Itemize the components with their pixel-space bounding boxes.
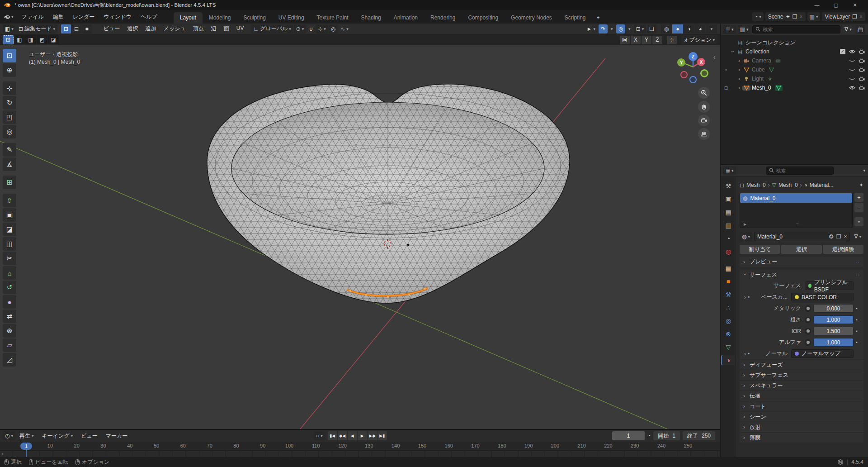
hide-viewport-icon[interactable] bbox=[849, 49, 855, 54]
expand-icon[interactable]: › bbox=[743, 403, 747, 410]
gizmo-dropdown[interactable]: ▾ bbox=[609, 24, 615, 33]
keyframe-dot[interactable]: • bbox=[854, 318, 860, 322]
select-difference[interactable]: ◩ bbox=[37, 35, 47, 44]
maximize-button[interactable]: ▢ bbox=[826, 2, 845, 8]
blender-menu-button[interactable]: ▾ bbox=[0, 10, 17, 24]
edge-select-mode[interactable]: ⊟ bbox=[71, 24, 81, 33]
wireframe-shading-button[interactable]: ◍ bbox=[661, 24, 672, 33]
expand-icon[interactable]: › bbox=[736, 67, 742, 73]
menu-item[interactable]: 編集 bbox=[48, 10, 68, 24]
material-name-field[interactable]: Material_0 ✪ ❐ × bbox=[754, 232, 850, 241]
breadcrumb-material[interactable]: Material... bbox=[810, 182, 834, 188]
outliner-filter-id-dropdown[interactable]: ▥▾ bbox=[738, 25, 751, 34]
outliner-search[interactable] bbox=[752, 25, 840, 33]
tool-measure[interactable]: ∡ bbox=[3, 157, 16, 171]
roughness-slider[interactable]: 1.000 bbox=[813, 315, 854, 324]
new-collection-button[interactable]: ▤ bbox=[856, 25, 865, 34]
workspace-tab-texture-paint[interactable]: Texture Paint bbox=[311, 12, 355, 24]
deselect-button[interactable]: 選択解除 bbox=[823, 245, 863, 254]
viewport-menu-item[interactable]: 面 bbox=[220, 25, 233, 33]
pin-icon[interactable]: ✦ bbox=[786, 14, 790, 20]
minimize-button[interactable]: — bbox=[807, 2, 826, 8]
viewport-menu-uv[interactable]: UV bbox=[233, 25, 248, 33]
gizmo-x-label[interactable]: X bbox=[700, 60, 703, 65]
viewport-menu-item[interactable]: 追加 bbox=[142, 25, 160, 33]
disable-render-icon[interactable] bbox=[859, 49, 865, 54]
timeline-ruler[interactable]: 1 10203040506070809010011012013014015016… bbox=[0, 442, 720, 451]
disable-render-icon[interactable] bbox=[859, 67, 865, 72]
expand-icon[interactable]: › bbox=[730, 48, 736, 55]
expand-icon[interactable]: › bbox=[744, 351, 746, 357]
expand-icon[interactable]: › bbox=[743, 362, 747, 368]
viewport-menu-item[interactable]: 頂点 bbox=[189, 25, 208, 33]
properties-search-input[interactable] bbox=[776, 168, 830, 173]
workspace-tab-layout[interactable]: Layout bbox=[174, 12, 203, 24]
copy-icon[interactable]: ❐ bbox=[852, 14, 857, 20]
tool-smooth[interactable]: ● bbox=[3, 295, 16, 309]
expand-icon[interactable]: › bbox=[743, 393, 747, 399]
tool-inset-faces[interactable]: ▣ bbox=[3, 208, 16, 222]
shading-dropdown[interactable]: ▾ bbox=[706, 24, 717, 33]
snap-projection-button[interactable]: ⊹ bbox=[667, 36, 677, 44]
breadcrumb-object[interactable]: Mesh_0 bbox=[746, 182, 766, 188]
viewlayer-browse-button[interactable]: ▥▾ bbox=[807, 12, 821, 21]
tool-knife[interactable]: ✂ bbox=[3, 252, 16, 265]
disable-render-icon[interactable] bbox=[859, 86, 865, 91]
metallic-slider[interactable]: 0.000 bbox=[813, 304, 854, 313]
orthographic-toggle-button[interactable] bbox=[698, 128, 710, 140]
snap-toggle[interactable]: ∪ bbox=[307, 24, 315, 33]
face-select-mode[interactable]: ■ bbox=[82, 24, 92, 33]
remove-slot-button[interactable]: − bbox=[854, 203, 863, 212]
expand-icon[interactable]: › bbox=[743, 382, 747, 389]
tool-poly-build[interactable]: ⌂ bbox=[3, 266, 16, 280]
pan-button[interactable] bbox=[698, 101, 710, 113]
workspace-tab-rendering[interactable]: Rendering bbox=[424, 12, 462, 24]
add-workspace-button[interactable]: + bbox=[592, 12, 604, 24]
outliner-row-camera[interactable]: › Camera bbox=[721, 56, 868, 65]
mirror-y-toggle[interactable]: Y bbox=[642, 36, 651, 44]
properties-tab-tool[interactable]: ⚒ bbox=[722, 181, 735, 191]
properties-tab-material[interactable]: ◑ bbox=[722, 355, 735, 365]
viewport-menu-item[interactable]: 辺 bbox=[208, 25, 220, 33]
tool-edge-slide[interactable]: ⇄ bbox=[3, 310, 16, 323]
panel-item[interactable]: ›ディフューズ bbox=[740, 359, 863, 370]
properties-search[interactable] bbox=[766, 167, 834, 175]
mirror-x-toggle[interactable]: X bbox=[631, 36, 641, 44]
outliner-row-light[interactable]: › Light bbox=[721, 74, 868, 83]
panel-item[interactable]: ›伝播 bbox=[740, 391, 863, 401]
viewport-canvas[interactable]: ユーザー・透視投影 (1) Mesh_0 | Mesh_0 ⊡⊕⊹↻◰◎✎∡⊞⇧… bbox=[0, 45, 720, 429]
frame-start-field[interactable]: 開始1 bbox=[653, 431, 680, 440]
panel-item[interactable]: ›サブサーフェス bbox=[740, 370, 863, 380]
scene-name-field[interactable]: Scene ✦ ❐ × bbox=[765, 12, 806, 21]
outliner-search-input[interactable] bbox=[763, 27, 837, 32]
prev-keyframe-button[interactable]: ◆◀ bbox=[338, 431, 347, 440]
properties-tab-collection[interactable]: ▦ bbox=[722, 263, 735, 273]
expand-icon[interactable]: › bbox=[743, 259, 747, 265]
properties-tab-object-data[interactable]: ▽ bbox=[722, 342, 735, 352]
stopwatch-icon[interactable]: ◔ bbox=[647, 433, 651, 439]
properties-tab-scene[interactable]: ◔ bbox=[722, 234, 735, 243]
transform-orientation-dropdown[interactable]: ∟グローバル▾ bbox=[251, 24, 293, 33]
panel-item[interactable]: ›コート bbox=[740, 401, 863, 411]
menu-item[interactable]: ウィンドウ bbox=[99, 10, 136, 24]
pivot-point-dropdown[interactable]: ⊙▾ bbox=[294, 24, 307, 33]
alpha-slider[interactable]: 1.000 bbox=[813, 338, 854, 347]
material-filter-dropdown[interactable]: ∇▾ bbox=[852, 232, 863, 241]
tool-cursor[interactable]: ⊕ bbox=[3, 63, 16, 77]
show-gizmo-toggle[interactable]: ↷ bbox=[599, 24, 608, 33]
play-reverse-button[interactable]: ◀ bbox=[348, 431, 357, 440]
panel-item[interactable]: ›スペキュラー bbox=[740, 380, 863, 391]
ior-slider[interactable]: 1.500 bbox=[813, 327, 854, 335]
tool-transform[interactable]: ◎ bbox=[3, 125, 16, 138]
preview-panel[interactable]: ›プレビュー∷ bbox=[740, 257, 863, 267]
xray-toggle[interactable]: ❏ bbox=[647, 24, 656, 33]
solid-shading-button[interactable]: ● bbox=[672, 24, 683, 33]
proportional-falloff-dropdown[interactable]: ∿▾ bbox=[338, 24, 351, 33]
fake-user-icon[interactable]: ✪ bbox=[829, 234, 834, 240]
outliner-row-mesh0[interactable]: ⊡ › Mesh_0 bbox=[721, 83, 868, 92]
properties-tab-world[interactable]: ◍ bbox=[722, 247, 735, 257]
slot-list-arrow[interactable]: ► bbox=[743, 222, 747, 227]
panel-item[interactable]: ›シーン bbox=[740, 411, 863, 422]
tool-scale[interactable]: ◰ bbox=[3, 110, 16, 124]
select-intersect[interactable]: ◪ bbox=[48, 35, 59, 44]
